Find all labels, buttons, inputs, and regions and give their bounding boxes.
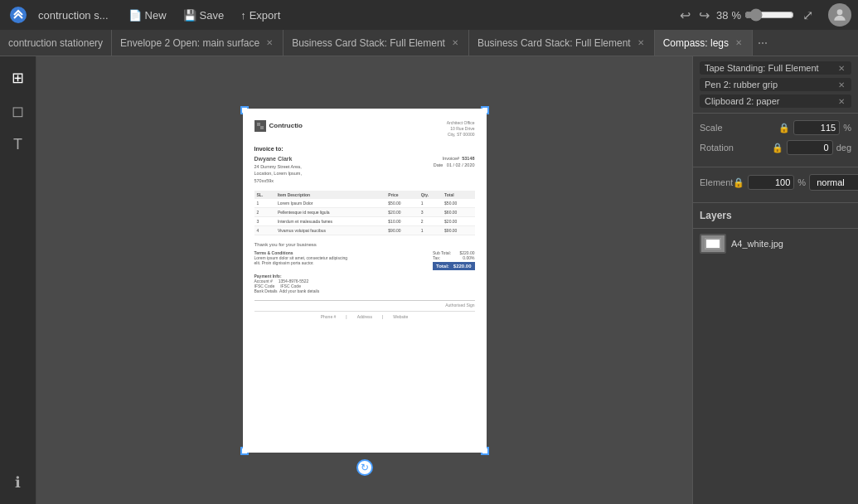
invoice-footer: Phone # | Address | Website — [254, 311, 475, 319]
rotation-lock-button[interactable]: 🔒 — [772, 142, 783, 153]
element-input[interactable] — [748, 175, 794, 190]
blend-select[interactable]: normal multiply screen overlay — [809, 174, 858, 191]
left-sidebar: ⊞ ◻ T ℹ — [0, 56, 36, 504]
invoice-totals: Sub Total:$220.00 Tax:0.00% Total: $220.… — [433, 250, 475, 270]
tag-tape[interactable]: Tape Standing: Full Element ✕ — [700, 61, 851, 75]
svg-rect-5 — [706, 240, 720, 248]
invoice-company: Contructio — [269, 122, 303, 129]
layer-thumbnail — [700, 234, 726, 254]
table-row: 4Vivamus volutpat faucibus$90.001$90.00 — [254, 225, 475, 235]
tab-overflow-button[interactable]: ⋯ — [753, 37, 773, 49]
tag-label: Tape Standing: Full Element — [705, 63, 819, 73]
tag-close-tape[interactable]: ✕ — [836, 64, 846, 73]
app-logo — [7, 3, 30, 27]
invoice-sign: Authorised Sign — [254, 300, 475, 308]
scale-input[interactable] — [793, 120, 840, 135]
tag-close-pen[interactable]: ✕ — [836, 80, 846, 90]
scale-lock-button[interactable]: 🔒 — [778, 122, 790, 133]
canvas-area[interactable]: Contructio Architect Office10 Rue DriveC… — [36, 56, 692, 504]
new-button[interactable]: 📄 New — [122, 7, 173, 24]
fit-button[interactable]: ⤢ — [797, 6, 818, 25]
element-section: Element 🔒 % normal multiply screen overl… — [693, 167, 858, 203]
sidebar-item-text[interactable]: T — [3, 129, 33, 159]
tab-close-compass[interactable]: ✕ — [734, 37, 744, 48]
rotation-unit: deg — [836, 143, 851, 153]
undo-redo-group: ↩ ↪ — [676, 6, 713, 25]
table-row: 2Pellentesque id neque ligula$20.003$60.… — [254, 207, 475, 216]
zoom-slider[interactable] — [744, 8, 794, 22]
invoice-document: Contructio Architect Office10 Rue DriveC… — [243, 109, 487, 453]
invoice-element[interactable]: Contructio Architect Office10 Rue DriveC… — [243, 109, 487, 453]
invoice-address-right: Architect Office10 Rue DriveCity, ST 000… — [447, 120, 475, 138]
element-row: Element 🔒 % normal multiply screen overl… — [700, 174, 851, 191]
save-icon: 💾 — [183, 9, 196, 22]
rotation-label: Rotation — [700, 143, 734, 153]
rotation-input[interactable] — [787, 140, 833, 155]
project-name: contruction s... — [38, 9, 109, 22]
tab-label: Envelope 2 Open: main surface — [120, 37, 259, 49]
rotate-handle[interactable]: ↻ — [356, 459, 373, 476]
invoice-details: Invoice# 53148 Date 01 / 02 / 2020 — [434, 155, 475, 184]
invoice-client: Dwyane Clark 24 Dummy Street Area, Locat… — [254, 155, 302, 184]
sidebar-item-layers[interactable]: ⊞ — [3, 63, 33, 93]
tab-compass-legs[interactable]: Compass: legs ✕ — [655, 30, 753, 56]
sidebar-item-shapes[interactable]: ◻ — [3, 96, 33, 126]
tab-close-envelope[interactable]: ✕ — [264, 37, 274, 48]
scale-label: Scale — [700, 123, 723, 133]
redo-button[interactable]: ↪ — [696, 6, 713, 25]
tags-area: Tape Standing: Full Element ✕ Pen 2: rub… — [693, 56, 858, 114]
export-button[interactable]: ↑ Export — [234, 7, 287, 24]
svg-rect-2 — [257, 123, 260, 126]
tab-close-business1[interactable]: ✕ — [450, 37, 460, 48]
zoom-value: 38 — [716, 9, 728, 22]
invoice-to-label: Invoice to: — [254, 146, 475, 152]
element-lock-button[interactable]: 🔒 — [733, 177, 744, 188]
layer-item-a4white[interactable]: A4_white.jpg — [693, 229, 858, 259]
table-row: 3Interdum et malesuada fames$10.002$20.0… — [254, 216, 475, 225]
tab-label: Business Card Stack: Full Element — [292, 37, 445, 49]
layer-name: A4_white.jpg — [731, 239, 783, 249]
thank-you: Thank you for your business — [254, 242, 475, 247]
tag-clipboard[interactable]: Clipboard 2: paper ✕ — [700, 94, 851, 108]
export-icon: ↑ — [240, 9, 246, 22]
sidebar-item-info[interactable]: ℹ — [3, 468, 33, 497]
scale-unit: % — [843, 123, 851, 133]
element-unit: % — [797, 177, 806, 187]
element-label: Element — [700, 177, 733, 187]
undo-button[interactable]: ↩ — [676, 6, 694, 25]
new-file-icon: 📄 — [128, 9, 142, 22]
invoice-table: SL. Item Description Price Qty. Total 1L… — [254, 191, 475, 235]
invoice-payment: Payment Info: Account # 1354-8976-5522 I… — [254, 274, 475, 293]
tag-close-clipboard[interactable]: ✕ — [836, 97, 846, 106]
rotation-row: Rotation 🔒 deg — [700, 140, 851, 155]
tabs-row: contruction stationery Envelope 2 Open: … — [0, 30, 858, 56]
right-panel: Tape Standing: Full Element ✕ Pen 2: rub… — [692, 56, 858, 504]
tab-label: contruction stationery — [8, 37, 103, 49]
tab-close-business2[interactable]: ✕ — [636, 37, 646, 48]
invoice-logo: Contructio — [254, 120, 303, 132]
table-row: 1Lorem Ipsum Dolor$50.001$50.00 — [254, 199, 475, 208]
tab-label: Compass: legs — [663, 37, 729, 49]
layers-header: Layers — [693, 203, 858, 229]
zoom-unit: % — [731, 9, 741, 22]
top-bar: contruction s... 📄 New 💾 Save ↑ Export ↩… — [0, 0, 858, 30]
tab-business-card-2[interactable]: Business Card Stack: Full Element ✕ — [469, 30, 655, 56]
scale-rotation-section: Scale 🔒 % Rotation 🔒 deg — [693, 114, 858, 167]
tag-label: Clipboard 2: paper — [705, 96, 780, 106]
tag-pen[interactable]: Pen 2: rubber grip ✕ — [700, 78, 851, 91]
tag-label: Pen 2: rubber grip — [705, 80, 778, 90]
invoice-terms: Terms & Conditions Lorem ipsum dolor sit… — [254, 250, 354, 270]
svg-point-1 — [837, 9, 843, 15]
zoom-area: 38 % — [716, 8, 794, 22]
main-area: ⊞ ◻ T ℹ Contructio — [0, 56, 858, 504]
save-button[interactable]: 💾 Save — [177, 7, 231, 24]
scale-row: Scale 🔒 % — [700, 120, 851, 135]
avatar[interactable] — [828, 3, 851, 27]
tab-label: Business Card Stack: Full Element — [477, 37, 631, 49]
svg-rect-3 — [260, 126, 264, 129]
tab-envelope[interactable]: Envelope 2 Open: main surface ✕ — [112, 30, 284, 56]
tab-business-card-1[interactable]: Business Card Stack: Full Element ✕ — [284, 30, 469, 56]
tab-contruction-stationery[interactable]: contruction stationery — [0, 30, 112, 56]
